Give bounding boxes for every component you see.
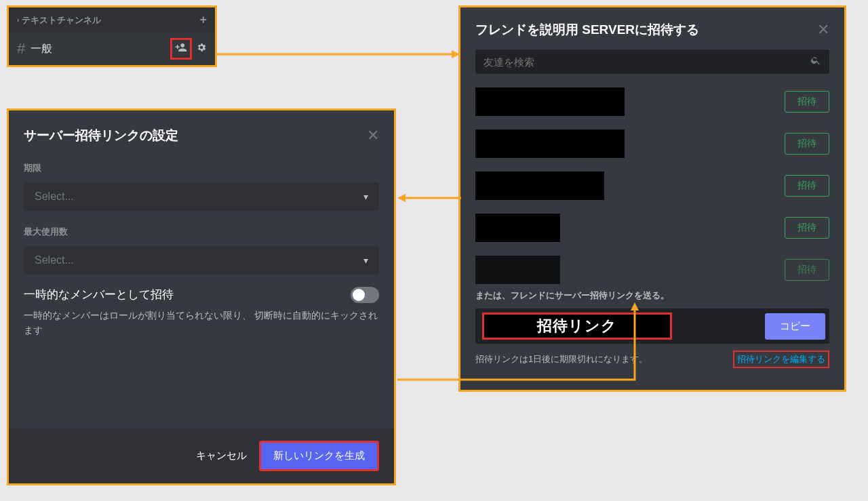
alt-invite-text: または、フレンドにサーバー招待リンクを送る。 — [460, 287, 844, 308]
temp-member-desc: 一時的なメンバーはロールが割り当てられない限り、 切断時に自動的にキックされます — [9, 308, 394, 338]
modal-title: サーバー招待リンクの設定 — [24, 127, 178, 144]
temp-member-title: 一時的なメンバーとして招待 — [24, 287, 174, 302]
invite-settings-modal: サーバー招待リンクの設定 ✕ 期限 Select... ▾ 最大使用数 Sele… — [7, 108, 396, 485]
friend-row: 招待 — [460, 209, 844, 252]
expire-note: 招待リンクは1日後に期限切れになります。 — [475, 353, 648, 365]
friend-row: 招待 — [460, 167, 844, 209]
channel-sidebar-panel: › テキストチャンネル + # 一般 — [7, 5, 217, 67]
friend-name-mask — [475, 214, 560, 242]
svg-marker-3 — [397, 194, 406, 202]
friend-row: 招待 — [460, 252, 844, 287]
channel-name: 一般 — [31, 42, 165, 56]
close-icon[interactable]: ✕ — [367, 127, 379, 144]
friend-name-mask — [475, 172, 604, 200]
annotation-arrow — [397, 184, 462, 212]
invite-link-mask: 招待リンク — [482, 313, 672, 340]
chevron-right-icon: › — [17, 16, 19, 24]
category-name: テキストチャンネル — [22, 14, 199, 26]
category-header[interactable]: › テキストチャンネル + — [9, 7, 215, 33]
invite-button[interactable]: 招待 — [785, 175, 829, 197]
gear-icon[interactable] — [196, 42, 207, 56]
expire-select[interactable]: Select... ▾ — [24, 182, 379, 211]
plus-icon[interactable]: + — [199, 13, 207, 27]
edit-invite-link[interactable]: 招待リンクを編集する — [733, 350, 829, 368]
max-uses-label: 最大使用数 — [9, 220, 394, 243]
chevron-down-icon: ▾ — [363, 255, 368, 266]
friend-search-row[interactable] — [475, 49, 829, 74]
friend-name-mask — [475, 129, 625, 158]
expire-label: 期限 — [9, 157, 394, 180]
close-icon[interactable]: ✕ — [817, 21, 829, 39]
chevron-down-icon: ▾ — [363, 191, 368, 202]
invite-button[interactable]: 招待 — [785, 217, 829, 239]
invite-button[interactable]: 招待 — [785, 259, 829, 281]
expire-placeholder: Select... — [35, 191, 74, 203]
search-icon — [810, 55, 821, 68]
hash-icon: # — [17, 40, 25, 58]
invite-icon-highlight — [170, 38, 192, 60]
add-person-icon[interactable] — [175, 41, 187, 56]
generate-link-button[interactable]: 新しいリンクを生成 — [259, 441, 379, 471]
invite-friends-modal: フレンドを説明用 SERVERに招待する ✕ 招待招待招待招待招待 または、フレ… — [458, 5, 846, 392]
invite-modal-title: フレンドを説明用 SERVERに招待する — [475, 21, 699, 39]
friend-row: 招待 — [460, 125, 844, 167]
annotation-arrow — [217, 34, 461, 75]
channel-row[interactable]: # 一般 — [9, 33, 215, 65]
invite-link-row: 招待リンク コピー — [475, 308, 829, 344]
friend-row: 招待 — [460, 83, 844, 125]
invite-button[interactable]: 招待 — [785, 133, 829, 155]
copy-button[interactable]: コピー — [765, 313, 825, 340]
max-uses-select[interactable]: Select... ▾ — [24, 246, 379, 275]
temp-member-toggle[interactable] — [351, 287, 379, 303]
friend-name-mask — [475, 256, 560, 284]
friend-search-input[interactable] — [484, 56, 810, 68]
invite-button[interactable]: 招待 — [785, 91, 829, 113]
cancel-button[interactable]: キャンセル — [196, 449, 247, 462]
max-uses-placeholder: Select... — [35, 254, 74, 266]
friend-name-mask — [475, 87, 625, 116]
